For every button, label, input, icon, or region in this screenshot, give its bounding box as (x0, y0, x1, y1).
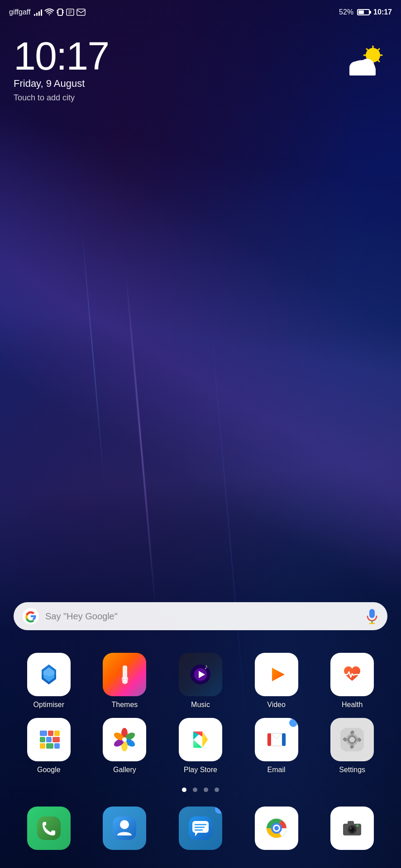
svg-line-15 (367, 49, 368, 51)
dock (0, 799, 401, 868)
svg-rect-63 (282, 733, 286, 746)
svg-text:♪: ♪ (204, 663, 208, 670)
app-item-playstore[interactable]: Play Store (162, 718, 239, 774)
contacts-dock-icon (103, 807, 146, 850)
svg-rect-22 (349, 68, 376, 75)
page-dot-2[interactable] (204, 788, 208, 792)
svg-rect-46 (54, 743, 60, 749)
page-dots (0, 778, 401, 799)
gallery-label: Gallery (113, 766, 136, 774)
video-label: Video (267, 701, 286, 709)
svg-rect-39 (48, 731, 53, 736)
playstore-icon (179, 718, 222, 761)
status-bar: giffgaff (0, 0, 401, 23)
app-grid-row1: Optimiser Themes (0, 644, 401, 709)
music-icon: ♪ (179, 653, 222, 696)
svg-rect-45 (46, 743, 53, 749)
music-label: Music (191, 701, 210, 709)
svg-rect-44 (40, 743, 45, 749)
svg-rect-40 (54, 731, 60, 736)
svg-rect-62 (267, 733, 271, 746)
vibrate-icon (57, 8, 64, 16)
google-logo (23, 608, 39, 624)
page-dot-0[interactable] (182, 788, 186, 792)
app-item-email[interactable]: Email (239, 718, 315, 774)
dock-item-contacts[interactable] (87, 807, 163, 850)
weather-icon (347, 45, 387, 77)
svg-point-29 (122, 679, 128, 684)
app-item-music[interactable]: ♪ Music (162, 653, 239, 709)
status-right: 52% 10:17 (339, 8, 392, 16)
svg-rect-9 (77, 9, 85, 15)
app-item-google[interactable]: Google (11, 718, 87, 774)
clock-widget: 10:17 Friday, 9 August Touch to add city (0, 23, 401, 103)
settings-icon (330, 718, 374, 761)
app-item-settings[interactable]: Settings (314, 718, 390, 774)
carrier-name: giffgaff (9, 8, 30, 16)
dock-item-messages[interactable] (162, 807, 239, 850)
clock-time: 10:17 (14, 36, 109, 76)
microphone-icon[interactable] (366, 608, 378, 624)
search-bar-container: Say "Hey Google" (0, 602, 401, 630)
svg-rect-38 (40, 731, 47, 736)
battery-percent: 52% (339, 8, 353, 16)
search-placeholder: Say "Hey Google" (45, 611, 359, 622)
clock-city[interactable]: Touch to add city (14, 93, 109, 103)
weather-widget[interactable] (347, 45, 387, 77)
clock-date: Friday, 9 August (14, 78, 109, 90)
mail-status-icon (76, 9, 86, 16)
status-icons (34, 8, 86, 16)
svg-point-91 (274, 826, 279, 830)
messages-dock-icon (179, 807, 222, 850)
svg-rect-0 (58, 9, 62, 15)
svg-rect-78 (37, 816, 61, 840)
dock-item-camera[interactable] (314, 807, 390, 850)
svg-rect-43 (53, 737, 60, 742)
dock-item-phone[interactable] (11, 807, 87, 850)
svg-point-99 (357, 825, 359, 827)
camera-dock-icon (330, 807, 374, 850)
themes-icon (103, 653, 146, 696)
app-grid-row2: Google (0, 709, 401, 778)
app-item-themes[interactable]: Themes (87, 653, 163, 709)
phone-dock-icon (27, 807, 71, 850)
svg-line-17 (377, 49, 379, 51)
app-item-gallery[interactable]: Gallery (87, 718, 163, 774)
page-dot-1[interactable] (193, 788, 197, 792)
svg-rect-41 (40, 737, 45, 742)
health-icon (330, 653, 374, 696)
messages-badge (215, 807, 222, 814)
page-dot-3[interactable] (215, 788, 219, 792)
settings-label: Settings (339, 766, 365, 774)
chrome-dock-icon (255, 807, 298, 850)
svg-rect-98 (348, 821, 354, 825)
optimiser-icon (27, 653, 71, 696)
svg-rect-42 (46, 737, 52, 742)
email-icon (255, 718, 298, 761)
health-label: Health (342, 701, 363, 709)
svg-point-32 (199, 673, 202, 676)
google-search-bar[interactable]: Say "Hey Google" (14, 602, 387, 630)
gallery-icon (103, 718, 146, 761)
app-item-video[interactable]: Video (239, 653, 315, 709)
svg-point-80 (120, 820, 129, 829)
app-item-health[interactable]: Health (314, 653, 390, 709)
status-time: 10:17 (373, 8, 392, 16)
svg-point-97 (350, 828, 352, 829)
google-icon (27, 718, 71, 761)
playstore-label: Play Store (184, 766, 217, 774)
svg-point-68 (349, 737, 355, 742)
video-icon (255, 653, 298, 696)
svg-rect-27 (123, 665, 127, 679)
signal-icon (34, 9, 42, 16)
status-left: giffgaff (9, 8, 86, 16)
google-label: Google (37, 766, 61, 774)
battery-icon (357, 9, 370, 15)
email-label: Email (267, 766, 286, 774)
optimiser-label: Optimiser (33, 701, 64, 709)
svg-line-16 (377, 60, 379, 61)
dock-item-chrome[interactable] (239, 807, 315, 850)
app-item-optimiser[interactable]: Optimiser (11, 653, 87, 709)
wifi-icon (44, 9, 54, 16)
email-badge (289, 719, 297, 727)
